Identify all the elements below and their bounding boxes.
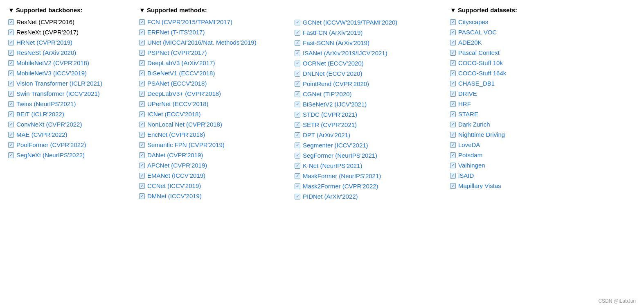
item-label: Vision Transformer (ICLR'2021): [16, 79, 102, 88]
checkbox-icon[interactable]: [450, 29, 456, 35]
list-item: Potsdam: [450, 151, 556, 159]
checkbox-icon[interactable]: [139, 183, 145, 189]
checkbox-icon[interactable]: [295, 183, 300, 189]
item-label: HRNet (CVPR'2019): [16, 38, 72, 47]
item-label: Fast-SCNN (ArXiv'2019): [303, 38, 369, 47]
checkbox-icon[interactable]: [450, 122, 456, 127]
checkbox-icon[interactable]: [450, 19, 456, 25]
list-item: GCNet (ICCVW'2019/TPAMI'2020): [295, 18, 442, 27]
checkbox-icon[interactable]: [139, 60, 145, 66]
item-label: HRF: [458, 100, 471, 108]
list-item: Mask2Former (CVPR'2022): [295, 182, 442, 190]
checkbox-icon[interactable]: [139, 193, 145, 199]
checkbox-icon[interactable]: [295, 61, 300, 66]
checkbox-icon[interactable]: [139, 19, 145, 25]
checkbox-icon[interactable]: [295, 153, 300, 159]
column-header-methods: ▼ Supported methods:: [139, 7, 286, 14]
checkbox-icon[interactable]: [295, 163, 300, 169]
checkbox-icon[interactable]: [139, 101, 145, 107]
checkbox-icon[interactable]: [295, 122, 300, 128]
checkbox-icon[interactable]: [139, 50, 145, 56]
checkbox-icon[interactable]: [450, 101, 456, 107]
checkbox-icon[interactable]: [450, 152, 456, 158]
checkbox-icon[interactable]: [450, 163, 456, 168]
checkbox-icon[interactable]: [8, 50, 14, 56]
checkbox-icon[interactable]: [295, 81, 300, 87]
checkbox-icon[interactable]: [450, 40, 456, 45]
checkbox-icon[interactable]: [139, 40, 145, 45]
checkbox-icon[interactable]: [8, 122, 14, 127]
item-label: CGNet (TIP'2020): [303, 90, 352, 98]
checkbox-icon[interactable]: [8, 40, 14, 45]
item-label: ERFNet (T-ITS'2017): [147, 28, 205, 36]
checkbox-icon[interactable]: [8, 142, 14, 148]
item-label: DRIVE: [458, 89, 477, 98]
checkbox-icon[interactable]: [139, 132, 145, 138]
list-item: Fast-SCNN (ArXiv'2019): [295, 38, 442, 47]
item-label: ICNet (ECCV'2018): [147, 110, 200, 118]
checkbox-icon[interactable]: [295, 71, 300, 77]
checkbox-icon[interactable]: [139, 91, 145, 97]
checkbox-icon[interactable]: [139, 70, 145, 76]
item-label: Segmenter (ICCV'2021): [303, 141, 368, 149]
checkbox-icon[interactable]: [450, 81, 456, 86]
item-label: Cityscapes: [458, 18, 488, 26]
list-item: ResNeXt (CVPR'2017): [8, 28, 131, 36]
checkbox-icon[interactable]: [8, 29, 14, 35]
checkbox-icon[interactable]: [295, 20, 300, 25]
checkbox-icon[interactable]: [139, 173, 145, 179]
list-item: DeepLabV3+ (CVPR'2018): [139, 89, 286, 98]
checkbox-icon[interactable]: [450, 60, 456, 66]
checkbox-icon[interactable]: [295, 102, 300, 107]
checkbox-icon[interactable]: [295, 91, 300, 97]
item-label: APCNet (CVPR'2019): [147, 161, 207, 170]
checkbox-icon[interactable]: [295, 132, 300, 138]
item-label: K-Net (NeurIPS'2021): [303, 161, 362, 170]
checkbox-icon[interactable]: [450, 91, 456, 97]
list-item: OCRNet (ECCV'2020): [295, 59, 442, 68]
item-label: MAE (CVPR'2022): [16, 130, 68, 139]
checkbox-icon[interactable]: [450, 50, 456, 56]
checkbox-icon[interactable]: [450, 111, 456, 117]
item-label: PSPNet (CVPR'2017): [147, 48, 207, 57]
checkbox-icon[interactable]: [8, 81, 14, 86]
checkbox-icon[interactable]: [139, 163, 145, 168]
checkbox-icon[interactable]: [8, 60, 14, 66]
list-item: Vision Transformer (ICLR'2021): [8, 79, 131, 88]
checkbox-icon[interactable]: [139, 29, 145, 35]
checkbox-icon[interactable]: [450, 142, 456, 148]
checkbox-icon[interactable]: [450, 132, 456, 138]
checkbox-icon[interactable]: [295, 173, 300, 179]
list-item: MaskFormer (NeurIPS'2021): [295, 172, 442, 180]
checkbox-icon[interactable]: [450, 183, 456, 189]
checkbox-icon[interactable]: [139, 81, 145, 86]
checkbox-icon[interactable]: [8, 152, 14, 158]
checkbox-icon[interactable]: [295, 50, 300, 56]
item-label: Pascal Context: [458, 48, 500, 57]
checkbox-icon[interactable]: [8, 19, 14, 25]
list-item: MobileNetV3 (ICCV'2019): [8, 69, 131, 77]
checkbox-icon[interactable]: [8, 91, 14, 97]
list-item: DPT (ArXiv'2021): [295, 131, 442, 139]
checkbox-icon[interactable]: [295, 143, 300, 148]
checkbox-icon[interactable]: [450, 70, 456, 76]
checkbox-icon[interactable]: [139, 152, 145, 158]
checkbox-icon[interactable]: [8, 70, 14, 76]
checkbox-icon[interactable]: [139, 122, 145, 127]
checkbox-icon[interactable]: [8, 101, 14, 107]
checkbox-icon[interactable]: [295, 30, 300, 36]
checkbox-icon[interactable]: [295, 40, 300, 46]
checkbox-icon[interactable]: [450, 173, 456, 179]
list-item: DeepLabV3 (ArXiv'2017): [139, 59, 286, 67]
checkbox-icon[interactable]: [8, 111, 14, 117]
checkbox-icon[interactable]: [139, 142, 145, 148]
checkbox-icon[interactable]: [8, 132, 14, 138]
column-backbones: ▼ Supported backbones:ResNet (CVPR'2016)…: [8, 7, 139, 159]
list-item: STDC (CVPR'2021): [295, 110, 442, 119]
item-label: STARE: [458, 110, 478, 118]
checkbox-icon[interactable]: [139, 111, 145, 117]
item-label: SegNeXt (NeurIPS'2022): [16, 151, 85, 159]
list-item: COCO-Stuff 164k: [450, 69, 556, 77]
checkbox-icon[interactable]: [295, 112, 300, 118]
checkbox-icon[interactable]: [295, 194, 300, 199]
